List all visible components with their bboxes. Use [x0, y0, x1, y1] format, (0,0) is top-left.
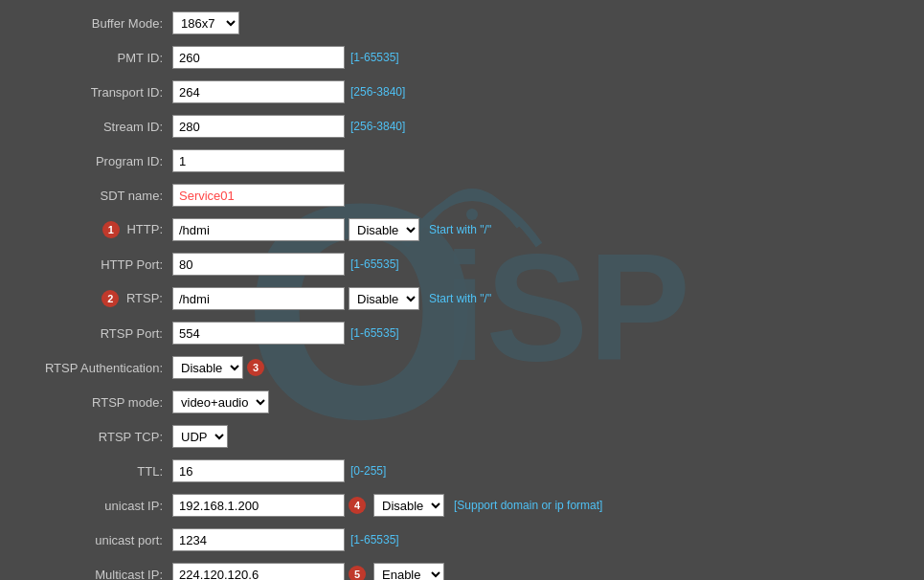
- http-input[interactable]: [172, 218, 345, 241]
- badge-5: 5: [349, 566, 366, 580]
- pmt-id-row: PMT ID: [1-65535]: [19, 44, 905, 71]
- form-content: Buffer Mode: 186x7 PMT ID: [1-65535] Tra…: [0, 0, 924, 580]
- http-select[interactable]: Disable Enable: [349, 218, 419, 241]
- multicast-ip-label: Multicast IP:: [19, 568, 172, 581]
- rtsp-mode-row: RTSP mode: video+audio video audio: [19, 389, 905, 415]
- rtsp-row: 2 RTSP: Disable Enable Start with "/": [19, 285, 905, 312]
- rtsp-tcp-label: RTSP TCP:: [19, 430, 172, 444]
- program-id-label: Program ID:: [19, 154, 172, 168]
- multicast-ip-row: Multicast IP: 5 Enable Disable: [19, 561, 905, 580]
- stream-id-label: Stream ID:: [19, 120, 172, 134]
- rtsp-tcp-select[interactable]: UDP TCP: [172, 425, 228, 448]
- multicast-ip-select[interactable]: Enable Disable: [373, 563, 444, 580]
- ttl-label: TTL:: [19, 464, 172, 479]
- unicast-ip-input[interactable]: [172, 494, 345, 517]
- rtsp-auth-label: RTSP Authentication:: [19, 361, 172, 375]
- unicast-port-input[interactable]: [172, 528, 345, 551]
- unicast-port-label: unicast port:: [19, 533, 172, 547]
- badge-2: 2: [101, 290, 119, 307]
- rtsp-port-label: RTSP Port:: [19, 326, 172, 341]
- stream-id-row: Stream ID: [256-3840]: [19, 113, 905, 140]
- program-id-input[interactable]: [172, 149, 345, 172]
- sdt-name-row: SDT name:: [19, 182, 905, 209]
- http-port-input[interactable]: [172, 253, 345, 276]
- unicast-ip-row: unicast IP: 4 Disable Enable [Support do…: [19, 492, 905, 519]
- transport-id-row: Transport ID: [256-3840]: [19, 78, 905, 105]
- badge-3: 3: [247, 359, 264, 376]
- badge-1: 1: [102, 221, 120, 238]
- ttl-input[interactable]: [172, 459, 345, 482]
- rtsp-auth-group: Disable Enable 3: [172, 356, 268, 379]
- http-port-range: [1-65535]: [350, 257, 399, 271]
- stream-id-range: [256-3840]: [350, 120, 405, 133]
- unicast-ip-hint: [Support domain or ip format]: [454, 499, 602, 512]
- program-id-row: Program ID:: [19, 147, 905, 174]
- sdt-name-label: SDT name:: [19, 189, 172, 203]
- http-port-label: HTTP Port:: [19, 257, 172, 272]
- rtsp-group: Disable Enable Start with "/": [172, 287, 491, 310]
- rtsp-input[interactable]: [172, 287, 345, 310]
- rtsp-port-row: RTSP Port: [1-65535]: [19, 320, 905, 346]
- rtsp-auth-row: RTSP Authentication: Disable Enable 3: [19, 354, 905, 381]
- buffer-mode-label: Buffer Mode:: [19, 16, 172, 31]
- pmt-id-label: PMT ID:: [19, 51, 172, 65]
- transport-id-input[interactable]: [172, 80, 345, 103]
- http-row: 1 HTTP: Disable Enable Start with "/": [19, 216, 905, 243]
- buffer-mode-row: Buffer Mode: 186x7: [19, 10, 905, 36]
- stream-id-input[interactable]: [172, 115, 345, 138]
- multicast-ip-group: 5 Enable Disable: [172, 563, 444, 580]
- rtsp-mode-label: RTSP mode:: [19, 395, 172, 410]
- unicast-ip-label: unicast IP:: [19, 499, 172, 513]
- unicast-port-range: [1-65535]: [350, 533, 399, 547]
- rtsp-mode-select[interactable]: video+audio video audio: [172, 390, 269, 413]
- ttl-range: [0-255]: [350, 464, 386, 478]
- multicast-ip-input[interactable]: [172, 563, 345, 580]
- sdt-name-input[interactable]: [172, 184, 345, 207]
- rtsp-port-input[interactable]: [172, 322, 345, 345]
- unicast-ip-select[interactable]: Disable Enable: [373, 494, 444, 517]
- http-port-row: HTTP Port: [1-65535]: [19, 251, 905, 278]
- ttl-row: TTL: [0-255]: [19, 457, 905, 484]
- rtsp-label: 2 RTSP:: [19, 290, 172, 307]
- unicast-port-row: unicast port: [1-65535]: [19, 526, 905, 553]
- rtsp-auth-select[interactable]: Disable Enable: [172, 356, 243, 379]
- http-group: Disable Enable Start with "/": [172, 218, 491, 241]
- transport-id-range: [256-3840]: [350, 85, 405, 99]
- badge-4: 4: [349, 497, 366, 514]
- pmt-id-input[interactable]: [172, 46, 345, 69]
- unicast-ip-group: 4 Disable Enable [Support domain or ip f…: [172, 494, 602, 517]
- rtsp-select[interactable]: Disable Enable: [349, 287, 419, 310]
- buffer-mode-select[interactable]: 186x7: [172, 11, 239, 34]
- http-hint: Start with "/": [429, 223, 491, 236]
- rtsp-tcp-row: RTSP TCP: UDP TCP: [19, 423, 905, 450]
- pmt-id-range: [1-65535]: [350, 51, 399, 64]
- http-label: 1 HTTP:: [19, 221, 172, 238]
- rtsp-hint: Start with "/": [429, 292, 491, 305]
- transport-id-label: Transport ID:: [19, 85, 172, 100]
- rtsp-port-range: [1-65535]: [350, 326, 399, 340]
